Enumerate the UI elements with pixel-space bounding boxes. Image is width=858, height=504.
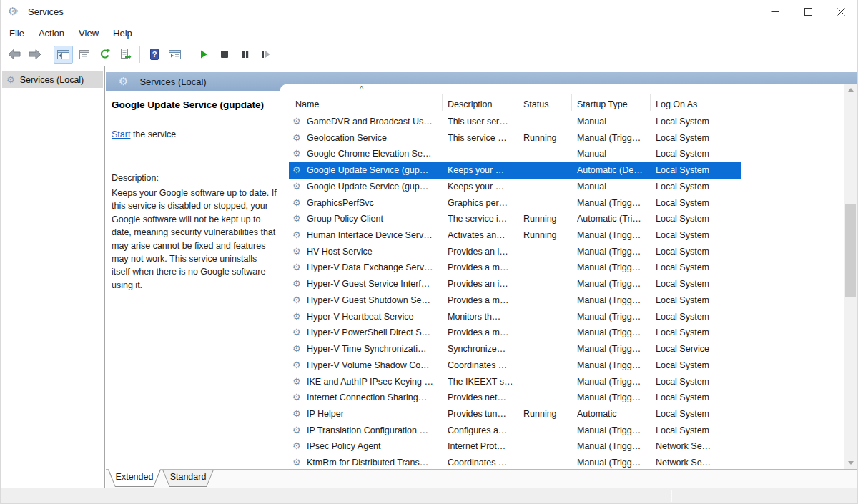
- service-gear-icon: ⚙: [292, 292, 305, 309]
- pause-service-icon[interactable]: [235, 46, 255, 64]
- cell-log-on-as: Local System: [656, 374, 738, 390]
- column-separator[interactable]: [650, 94, 651, 111]
- service-gear-icon: ⚙: [292, 374, 305, 390]
- properties-icon[interactable]: [74, 46, 94, 64]
- table-row[interactable]: ⚙ GameDVR and Broadcast Us… This user se…: [290, 114, 741, 130]
- table-row[interactable]: ⚙ Google Chrome Elevation Se… Manual Loc…: [290, 146, 741, 162]
- cell-log-on-as: Local Service: [656, 341, 738, 357]
- cell-name: Google Chrome Elevation Se…: [307, 146, 444, 162]
- scroll-down-icon[interactable]: [844, 457, 857, 469]
- service-action-suffix: the service: [130, 129, 176, 139]
- restart-service-icon[interactable]: [256, 46, 275, 64]
- menu-help[interactable]: Help: [106, 25, 139, 41]
- cell-status: [523, 195, 573, 212]
- table-row[interactable]: ⚙ IP Translation Configuration … Configu…: [290, 423, 741, 439]
- service-gear-icon: ⚙: [292, 227, 305, 244]
- cell-log-on-as: Local System: [656, 406, 738, 423]
- scroll-up-icon[interactable]: [844, 84, 857, 96]
- service-gear-icon: ⚙: [292, 357, 305, 374]
- close-button[interactable]: [824, 0, 857, 23]
- cell-name: IP Helper: [307, 406, 444, 423]
- cell-status: [523, 325, 573, 341]
- cell-name: Hyper-V Guest Shutdown Se…: [307, 292, 444, 309]
- cell-status: [523, 455, 573, 469]
- table-row[interactable]: ⚙ Hyper-V Data Exchange Serv… Provides a…: [290, 260, 741, 276]
- services-gear-icon: ⚙⚙: [8, 5, 22, 18]
- column-header-description[interactable]: Description: [448, 99, 493, 109]
- cell-name: Hyper-V Data Exchange Serv…: [307, 260, 444, 276]
- tab-extended[interactable]: Extended: [108, 470, 161, 487]
- table-row[interactable]: ⚙ Internet Connection Sharing… Provides …: [290, 390, 741, 406]
- table-row[interactable]: ⚙ GraphicsPerfSvc Graphics per… Manual (…: [290, 195, 741, 212]
- table-row[interactable]: ⚙ IP Helper Provides tun… Running Automa…: [290, 406, 741, 423]
- vertical-scrollbar[interactable]: [844, 84, 857, 469]
- menu-action[interactable]: Action: [31, 25, 72, 41]
- column-separator[interactable]: [442, 94, 443, 111]
- forward-icon[interactable]: [25, 46, 44, 64]
- cell-log-on-as: Local System: [656, 292, 738, 309]
- table-row[interactable]: ⚙ Google Update Service (gup… Keeps your…: [290, 162, 741, 179]
- cell-name: Internet Connection Sharing…: [307, 390, 444, 406]
- back-icon[interactable]: [4, 46, 24, 64]
- menu-file[interactable]: File: [2, 25, 31, 41]
- column-header-status[interactable]: Status: [523, 99, 548, 109]
- table-row[interactable]: ⚙ Hyper-V PowerShell Direct S… Provides …: [290, 325, 741, 341]
- cell-name: Group Policy Client: [307, 211, 444, 227]
- minimize-button[interactable]: [759, 0, 792, 23]
- start-service-link[interactable]: Start: [112, 129, 130, 139]
- column-header-startup-type[interactable]: Startup Type: [577, 99, 628, 109]
- table-row[interactable]: ⚙ Group Policy Client The service i… Run…: [290, 211, 741, 227]
- cell-startup-type: Manual: [577, 179, 652, 195]
- service-gear-icon: ⚙: [292, 406, 305, 423]
- cell-status: [523, 292, 573, 309]
- table-row[interactable]: ⚙ HV Host Service Provides an i… Manual …: [290, 244, 741, 260]
- tree-item-services-local[interactable]: ⚙ Services (Local): [2, 71, 103, 88]
- table-row[interactable]: ⚙ Geolocation Service This service … Run…: [290, 130, 741, 147]
- column-separator[interactable]: [741, 94, 741, 111]
- start-service-icon[interactable]: [194, 46, 213, 64]
- table-row[interactable]: ⚙ Human Interface Device Serv… Activates…: [290, 227, 741, 244]
- table-row[interactable]: ⚙ Hyper-V Guest Service Interf… Provides…: [290, 276, 741, 292]
- column-separator[interactable]: [571, 94, 572, 111]
- refresh-icon[interactable]: [95, 46, 114, 64]
- cell-name: Hyper-V Heartbeat Service: [307, 309, 444, 325]
- help-icon[interactable]: ?: [144, 46, 164, 64]
- export-list-icon[interactable]: [116, 46, 135, 64]
- show-console-tree-icon[interactable]: [54, 46, 73, 64]
- window-title: Services: [28, 6, 64, 17]
- service-gear-icon: ⚙: [292, 455, 305, 469]
- cell-description: Provides net…: [448, 390, 519, 406]
- table-row[interactable]: ⚙ Hyper-V Guest Shutdown Se… Provides a …: [290, 292, 741, 309]
- cell-log-on-as: Local System: [656, 195, 738, 212]
- description-label: Description:: [112, 173, 275, 183]
- table-row[interactable]: ⚙ IPsec Policy Agent Internet Prot… Manu…: [290, 438, 741, 455]
- tab-label: Extended: [108, 470, 161, 482]
- column-separator[interactable]: [518, 94, 518, 111]
- cell-log-on-as: Local System: [656, 211, 738, 227]
- status-bar: [1, 488, 857, 503]
- table-row[interactable]: ⚙ KtmRm for Distributed Trans… Coordinat…: [290, 455, 741, 469]
- menu-view[interactable]: View: [72, 25, 106, 41]
- maximize-button[interactable]: [792, 0, 824, 23]
- service-gear-icon: ⚙: [292, 114, 305, 130]
- cell-log-on-as: Local System: [656, 357, 738, 374]
- statusbar-divider: [671, 490, 672, 502]
- column-header-name[interactable]: Name: [295, 99, 319, 109]
- cell-description: Monitors th…: [448, 309, 519, 325]
- service-gear-icon: ⚙: [292, 244, 305, 260]
- tab-standard[interactable]: Standard: [162, 470, 214, 487]
- cell-name: Hyper-V Time Synchronizati…: [307, 341, 444, 357]
- column-header-log-on-as[interactable]: Log On As: [656, 99, 697, 109]
- cell-name: Hyper-V PowerShell Direct S…: [307, 325, 444, 341]
- services-gear-icon: ⚙: [6, 74, 15, 85]
- table-row[interactable]: ⚙ Hyper-V Heartbeat Service Monitors th……: [290, 309, 741, 325]
- scrollbar-thumb[interactable]: [845, 204, 856, 297]
- table-row[interactable]: ⚙ Hyper-V Time Synchronizati… Synchroniz…: [290, 341, 741, 357]
- table-row[interactable]: ⚙ Hyper-V Volume Shadow Co… Coordinates …: [290, 357, 741, 374]
- stop-service-icon[interactable]: [214, 46, 234, 64]
- table-row[interactable]: ⚙ Google Update Service (gup… Keeps your…: [290, 179, 741, 195]
- cell-description: [448, 146, 519, 162]
- extended-view-icon[interactable]: [165, 46, 184, 64]
- cell-status: [523, 244, 573, 260]
- table-row[interactable]: ⚙ IKE and AuthIP IPsec Keying … The IKEE…: [290, 374, 741, 390]
